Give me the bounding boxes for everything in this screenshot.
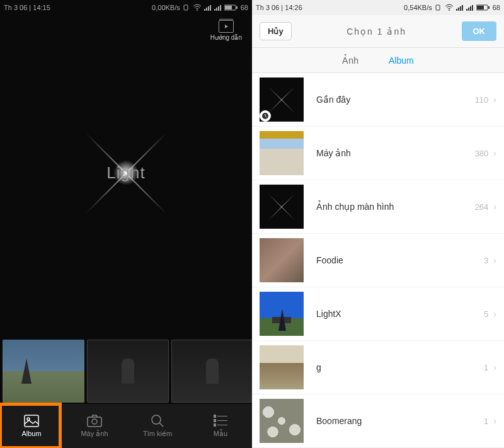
thumbnail-item[interactable] bbox=[171, 340, 252, 403]
thumbnail-strip[interactable] bbox=[0, 340, 252, 403]
search-icon bbox=[150, 415, 165, 427]
picker-header: Hủy Chọn 1 ảnh OK bbox=[252, 15, 504, 48]
thumbnail-item[interactable] bbox=[87, 340, 169, 403]
svg-rect-4 bbox=[208, 6, 209, 11]
status-icons: 0,00KB/s 68 bbox=[152, 4, 248, 11]
chevron-right-icon: › bbox=[493, 95, 496, 105]
tab-photo[interactable]: Ảnh bbox=[340, 50, 361, 71]
battery-icon bbox=[476, 4, 490, 11]
album-thumbnail bbox=[260, 292, 304, 336]
svg-rect-29 bbox=[460, 6, 461, 11]
template-icon bbox=[213, 415, 228, 427]
album-row-foodie[interactable]: Foodie 3 › bbox=[252, 234, 504, 287]
nav-camera[interactable]: Máy ảnh bbox=[63, 404, 126, 448]
play-guide-icon bbox=[219, 20, 234, 33]
signal-icon bbox=[456, 4, 464, 11]
signal-icon bbox=[204, 4, 212, 11]
album-row-lightx[interactable]: LightX 5 › bbox=[252, 287, 504, 341]
chevron-right-icon: › bbox=[493, 309, 496, 319]
status-icons: 0,54KB/s 68 bbox=[404, 4, 500, 11]
album-count: 264 bbox=[475, 202, 489, 212]
album-thumbnail bbox=[260, 78, 304, 122]
album-row-g[interactable]: g 1 › bbox=[252, 341, 504, 394]
svg-rect-32 bbox=[468, 8, 469, 11]
album-name: Ảnh chụp màn hình bbox=[316, 202, 475, 212]
album-thumbnail bbox=[260, 185, 304, 229]
album-count: 5 bbox=[484, 309, 488, 319]
status-time: Th 3 06 | 14:26 bbox=[256, 4, 302, 11]
svg-rect-33 bbox=[470, 6, 471, 11]
thumbnail-item[interactable] bbox=[3, 340, 84, 403]
svg-rect-34 bbox=[472, 5, 473, 11]
picker-title: Chọn 1 ảnh bbox=[292, 26, 462, 37]
svg-rect-37 bbox=[488, 6, 490, 9]
network-speed: 0,54KB/s bbox=[404, 4, 432, 11]
svg-rect-25 bbox=[436, 5, 440, 10]
svg-rect-5 bbox=[210, 5, 211, 11]
svg-rect-2 bbox=[204, 9, 205, 11]
svg-point-26 bbox=[449, 9, 450, 11]
chevron-right-icon: › bbox=[493, 148, 496, 158]
album-count: 380 bbox=[475, 149, 489, 158]
camera-icon bbox=[87, 415, 102, 427]
recent-badge-icon bbox=[260, 110, 271, 122]
chevron-right-icon: › bbox=[493, 416, 496, 426]
nav-album[interactable]: Album bbox=[0, 404, 63, 448]
album-thumbnail bbox=[260, 399, 304, 443]
svg-rect-21 bbox=[214, 419, 216, 422]
nav-label: Mẫu bbox=[214, 430, 227, 438]
album-name: Boomerang bbox=[316, 416, 484, 426]
svg-rect-19 bbox=[214, 415, 216, 418]
svg-rect-23 bbox=[214, 423, 216, 427]
status-bar: Th 3 06 | 14:15 0,00KB/s 68 bbox=[0, 0, 252, 15]
battery-percent: 68 bbox=[241, 4, 248, 11]
svg-rect-20 bbox=[217, 416, 227, 416]
nav-search[interactable]: Tìm kiếm bbox=[126, 404, 189, 448]
svg-rect-11 bbox=[225, 6, 232, 9]
status-time: Th 3 06 | 14:15 bbox=[4, 4, 50, 11]
svg-rect-9 bbox=[220, 5, 221, 11]
wifi-icon bbox=[193, 4, 202, 11]
svg-rect-8 bbox=[218, 6, 219, 11]
album-thumbnail bbox=[260, 238, 304, 282]
svg-rect-36 bbox=[477, 6, 484, 9]
battery-icon bbox=[224, 4, 238, 11]
svg-rect-0 bbox=[184, 5, 188, 10]
svg-line-18 bbox=[159, 423, 163, 427]
status-bar: Th 3 06 | 14:26 0,54KB/s 68 bbox=[252, 0, 504, 15]
svg-rect-13 bbox=[25, 415, 38, 427]
album-thumbnail bbox=[260, 345, 304, 389]
logo-text: Light bbox=[106, 163, 145, 183]
nav-template[interactable]: Mẫu bbox=[189, 404, 252, 448]
nav-label: Tìm kiếm bbox=[143, 430, 172, 438]
album-row-recent[interactable]: Gần đây 110 › bbox=[252, 73, 504, 127]
chevron-right-icon: › bbox=[493, 202, 496, 212]
svg-point-17 bbox=[152, 415, 161, 424]
signal-icon-2 bbox=[214, 4, 222, 11]
nav-label: Máy ảnh bbox=[81, 430, 108, 438]
album-name: Foodie bbox=[316, 255, 484, 265]
svg-rect-7 bbox=[216, 8, 217, 11]
bottom-nav: Album Máy ảnh Tìm kiếm Mẫu bbox=[0, 404, 252, 448]
svg-rect-12 bbox=[236, 6, 238, 9]
wifi-icon bbox=[445, 4, 454, 11]
svg-rect-31 bbox=[466, 9, 467, 11]
album-list[interactable]: Gần đây 110 › Máy ảnh 380 › Ảnh chụp màn… bbox=[252, 73, 504, 448]
nav-label: Album bbox=[21, 430, 41, 437]
album-count: 3 bbox=[484, 256, 488, 265]
guide-label: Hướng dẫn bbox=[210, 34, 242, 41]
album-row-camera[interactable]: Máy ảnh 380 › bbox=[252, 127, 504, 180]
ok-button[interactable]: OK bbox=[462, 21, 497, 41]
album-row-screenshots[interactable]: Ảnh chụp màn hình 264 › bbox=[252, 180, 504, 234]
album-count: 1 bbox=[484, 416, 488, 426]
svg-rect-30 bbox=[462, 5, 463, 11]
svg-rect-24 bbox=[217, 425, 227, 425]
album-name: Máy ảnh bbox=[316, 148, 475, 158]
album-row-boomerang[interactable]: Boomerang 1 › bbox=[252, 394, 504, 448]
guide-button[interactable]: Hướng dẫn bbox=[210, 20, 242, 41]
tab-album[interactable]: Album bbox=[386, 50, 416, 71]
picker-tabs: Ảnh Album bbox=[252, 48, 504, 73]
network-speed: 0,00KB/s bbox=[152, 4, 180, 11]
cancel-button[interactable]: Hủy bbox=[260, 22, 292, 40]
battery-percent: 68 bbox=[493, 4, 500, 11]
